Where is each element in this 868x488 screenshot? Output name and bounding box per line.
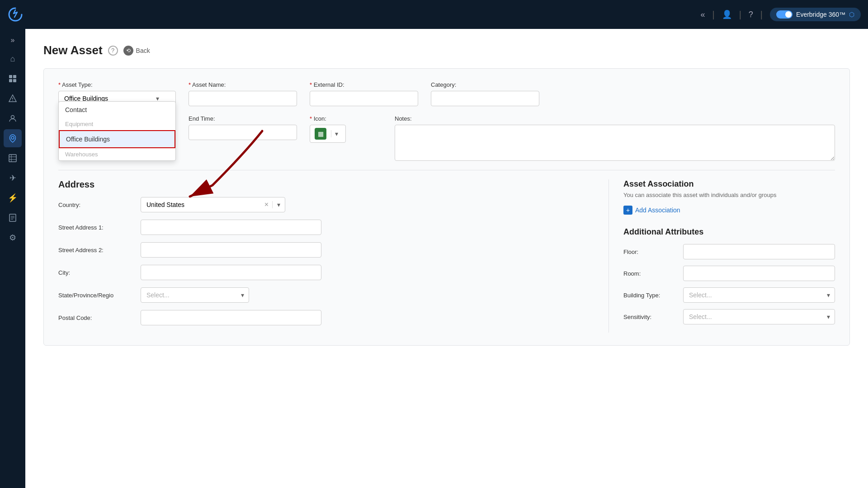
- room-label: Room:: [623, 270, 678, 277]
- sidebar-item-location[interactable]: [4, 129, 22, 147]
- floor-input[interactable]: [683, 244, 835, 259]
- page-header: New Asset ? ⟲ Back: [43, 43, 850, 57]
- street2-row: Street Address 2:: [58, 242, 598, 258]
- building-type-arrow-icon[interactable]: ▾: [822, 291, 835, 299]
- sidebar: » ⌂ ✈ ⚡ ⚙: [0, 29, 25, 488]
- notes-label: Notes:: [395, 115, 835, 122]
- svg-point-6: [11, 116, 14, 119]
- country-value: United States: [141, 197, 261, 212]
- app-icon: ⬡: [849, 11, 854, 18]
- svg-point-5: [12, 100, 13, 101]
- sensitivity-select[interactable]: Select... ▾: [683, 309, 835, 324]
- floor-row: Floor:: [623, 244, 835, 259]
- end-time-input[interactable]: [189, 125, 297, 140]
- sidebar-item-settings[interactable]: ⚙: [4, 229, 22, 247]
- city-label: City:: [58, 269, 135, 276]
- dropdown-item-contact[interactable]: Contact: [59, 102, 175, 118]
- country-label: Country:: [58, 202, 135, 208]
- sidebar-collapse-btn[interactable]: »: [7, 33, 19, 48]
- sidebar-item-plane[interactable]: ✈: [4, 169, 22, 187]
- svg-rect-1: [13, 75, 16, 78]
- room-input[interactable]: [683, 266, 835, 281]
- city-row: City:: [58, 265, 598, 280]
- add-assoc-label: Add Association: [635, 206, 680, 214]
- svg-rect-0: [9, 75, 12, 78]
- asset-assoc-desc: You can associate this asset with indivi…: [623, 192, 835, 198]
- everbridge-badge: Everbridge 360™ ⬡: [770, 8, 861, 21]
- address-section-title: Address: [58, 179, 598, 190]
- state-dropdown-arrow[interactable]: ▾: [236, 291, 249, 299]
- nav-right: « | 👤 | ? | Everbridge 360™ ⬡: [700, 8, 861, 21]
- sidebar-item-home[interactable]: ⌂: [4, 50, 22, 68]
- sensitivity-arrow-icon[interactable]: ▾: [822, 313, 835, 320]
- add-association-button[interactable]: + Add Association: [623, 206, 835, 215]
- page-title: New Asset: [43, 43, 103, 57]
- street2-input[interactable]: [141, 242, 321, 258]
- postal-input[interactable]: [141, 310, 321, 325]
- dropdown-item-office-buildings[interactable]: Office Buildings: [59, 130, 175, 148]
- notes-field: Notes:: [395, 115, 835, 161]
- icon-preview: ▦: [310, 125, 331, 142]
- sidebar-item-reports[interactable]: [4, 209, 22, 227]
- dropdown-item-warehouses[interactable]: Warehouses: [59, 148, 175, 160]
- sidebar-item-integrations[interactable]: ⚡: [4, 189, 22, 207]
- street2-label: Street Address 2:: [58, 247, 135, 253]
- city-input[interactable]: [141, 265, 321, 280]
- sidebar-item-grid[interactable]: [4, 149, 22, 167]
- toggle-switch[interactable]: [776, 10, 793, 19]
- country-select[interactable]: United States × ▾: [141, 197, 285, 212]
- sensitivity-placeholder: Select...: [684, 310, 822, 324]
- sidebar-item-alerts[interactable]: [4, 89, 22, 108]
- asset-type-dropdown: Contact Equipment Office Buildings Wareh…: [58, 101, 176, 161]
- sidebar-item-people[interactable]: [4, 109, 22, 127]
- right-panel: Asset Association You can associate this…: [609, 179, 835, 333]
- additional-attrs-title: Additional Attributes: [623, 227, 835, 237]
- svg-rect-2: [9, 79, 12, 82]
- address-section: Address Country: United States × ▾ Stree…: [58, 179, 609, 333]
- icon-label: * Icon:: [310, 115, 382, 122]
- asset-name-input[interactable]: [189, 91, 297, 106]
- icon-dropdown-arrow[interactable]: ▾: [331, 130, 342, 137]
- external-id-input[interactable]: [310, 91, 418, 106]
- country-dropdown-arrow[interactable]: ▾: [272, 201, 285, 208]
- logo-icon: [7, 6, 24, 23]
- content-area: New Asset ? ⟲ Back * Asset Type: Office …: [25, 29, 868, 488]
- category-input[interactable]: [431, 91, 539, 106]
- building-type-row: Building Type: Select... ▾: [623, 287, 835, 303]
- country-clear-icon[interactable]: ×: [261, 201, 272, 209]
- end-time-label: End Time:: [189, 115, 297, 122]
- collapse-nav-icon[interactable]: «: [700, 10, 705, 19]
- building-type-select[interactable]: Select... ▾: [683, 287, 835, 303]
- sidebar-item-dashboard[interactable]: [4, 70, 22, 88]
- svg-rect-3: [13, 79, 16, 82]
- page-help-icon[interactable]: ?: [108, 46, 118, 56]
- room-row: Room:: [623, 266, 835, 281]
- external-id-field: * External ID:: [310, 81, 418, 106]
- top-nav: « | 👤 | ? | Everbridge 360™ ⬡: [0, 0, 868, 29]
- street1-input[interactable]: [141, 220, 321, 235]
- external-id-label: * External ID:: [310, 81, 418, 88]
- section-divider: [58, 170, 835, 170]
- back-button[interactable]: ⟲ Back: [123, 46, 150, 56]
- dropdown-item-equipment[interactable]: Equipment: [59, 118, 175, 130]
- street1-label: Street Address 1:: [58, 224, 135, 231]
- svg-rect-8: [9, 155, 16, 162]
- country-row: Country: United States × ▾: [58, 197, 598, 212]
- asset-type-field: * Asset Type: Office Buildings ▾ Contact…: [58, 81, 176, 106]
- end-time-real-field: End Time:: [189, 115, 297, 161]
- postal-row: Postal Code:: [58, 310, 598, 325]
- state-select[interactable]: Select... ▾: [141, 287, 249, 303]
- user-icon[interactable]: 👤: [722, 9, 732, 19]
- main-wrapper: » ⌂ ✈ ⚡ ⚙ New Asset ? ⟲ Ba: [0, 29, 868, 488]
- icon-field: * Icon: ▦ ▾: [310, 115, 382, 161]
- notes-textarea[interactable]: [395, 125, 835, 161]
- state-placeholder: Select...: [141, 288, 236, 302]
- asset-name-field: * Asset Name:: [189, 81, 297, 106]
- asset-assoc-title: Asset Association: [623, 179, 835, 189]
- asset-name-label: * Asset Name:: [189, 81, 297, 88]
- form-card: * Asset Type: Office Buildings ▾ Contact…: [43, 68, 850, 346]
- icon-select[interactable]: ▦ ▾: [310, 125, 346, 143]
- help-icon[interactable]: ?: [749, 10, 753, 19]
- sensitivity-row: Sensitivity: Select... ▾: [623, 309, 835, 324]
- state-row: State/Province/Regio Select... ▾: [58, 287, 598, 303]
